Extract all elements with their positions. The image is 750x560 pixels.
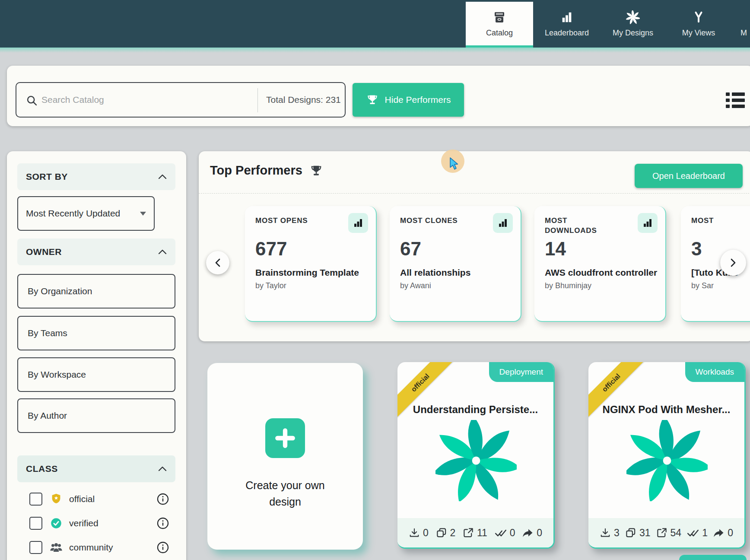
mini-chart-icon [638, 213, 658, 233]
carousel-prev-button[interactable] [206, 251, 229, 274]
button-label: By Workspace [28, 369, 86, 380]
button-label: By Author [28, 410, 67, 421]
caret-down-icon [140, 212, 146, 216]
meshery-logo [435, 420, 517, 501]
filter-by-teams-button[interactable]: By Teams [17, 316, 175, 350]
design-author: by Awani [400, 281, 513, 290]
header-divider [199, 193, 750, 194]
chevron-up-icon[interactable] [158, 249, 167, 255]
owner-header[interactable]: OWNER [17, 239, 175, 265]
filter-by-author-button[interactable]: By Author [17, 398, 175, 433]
chevron-up-icon[interactable] [158, 466, 167, 471]
tab-label: Catalog [486, 29, 513, 38]
class-label: official [69, 494, 95, 504]
downloads-stat: 0 [409, 527, 429, 539]
performer-card-most-opens[interactable]: MOST OPENS 677 Brainstorming Template by… [245, 206, 377, 322]
shares-stat: 0 [713, 527, 733, 539]
design-author: by Bhuminjay [545, 281, 658, 290]
sort-order-select[interactable]: Most Recently Updated [17, 196, 155, 231]
class-label: verified [69, 518, 99, 528]
sort-by-title: SORT BY [26, 172, 68, 182]
tab-catalog[interactable]: Catalog [466, 2, 533, 48]
hide-performers-button[interactable]: Hide Performers [353, 83, 464, 117]
opens-count: 54 [671, 527, 682, 539]
tab-my-designs[interactable]: My Designs [601, 0, 665, 48]
views-y-icon [691, 10, 706, 25]
info-icon[interactable] [156, 541, 169, 554]
double-check-icon [687, 528, 699, 538]
open-leaderboard-label: Open Leaderboard [652, 171, 725, 181]
clipped-tab-icon [740, 10, 750, 25]
community-checkbox[interactable] [29, 541, 42, 554]
performer-card-most-downloads[interactable]: MOST DOWNLOADS 14 AWS cloudfront control… [534, 206, 666, 322]
mini-chart-icon [348, 213, 368, 233]
tab-label: Leaderboard [545, 29, 589, 38]
carousel-next-button[interactable] [720, 250, 746, 276]
filter-by-workspace-button[interactable]: By Workspace [17, 357, 175, 392]
next-row-card-edge [679, 555, 747, 560]
performer-card-most-clones[interactable]: MOST CLONES 67 All relationships by Awan… [390, 206, 521, 322]
double-check-icon [495, 528, 507, 538]
checks-count: 1 [702, 527, 708, 539]
total-designs-count: Total Designs: 231 [266, 83, 341, 117]
metric-label: MOST DOWNLOADS [545, 216, 610, 235]
class-label: community [69, 542, 113, 553]
official-checkbox[interactable] [29, 493, 42, 506]
search-input[interactable] [41, 83, 232, 117]
sort-by-header[interactable]: SORT BY [17, 163, 175, 190]
design-stats-bar: 0 2 11 [397, 518, 553, 547]
design-card-nginx-pod[interactable]: Workloads official NGINX Pod With Mesher… [588, 362, 746, 549]
share-icon [522, 528, 534, 538]
opens-stat: 11 [463, 527, 487, 539]
verified-checkbox[interactable] [29, 517, 42, 530]
clone-icon [436, 527, 447, 538]
plus-icon [265, 418, 305, 458]
open-in-new-icon [463, 527, 474, 538]
class-header[interactable]: CLASS [17, 455, 175, 482]
metric-value: 3 [691, 238, 702, 260]
download-icon [600, 527, 611, 538]
filter-sidebar: SORT BY Most Recently Updated OWNER By O… [7, 151, 186, 560]
list-view-icon[interactable] [726, 92, 745, 108]
tab-clipped[interactable]: M [740, 0, 750, 48]
class-row-official: official [17, 489, 175, 509]
open-leaderboard-button[interactable]: Open Leaderboard [635, 164, 743, 188]
chevron-up-icon[interactable] [158, 174, 167, 179]
filter-by-organization-button[interactable]: By Organization [17, 274, 175, 309]
metric-label: MOST CLONES [400, 216, 469, 226]
clones-stat: 31 [625, 527, 651, 539]
tab-leaderboard[interactable]: Leaderboard [539, 0, 594, 48]
chevron-left-icon [214, 258, 222, 267]
open-in-new-icon [656, 527, 667, 538]
top-performers-label: Top Performers [210, 163, 302, 178]
design-card-understanding-persistent[interactable]: Deployment official Understanding Persis… [397, 362, 555, 549]
nav-bottom-gradient [0, 48, 750, 53]
checks-stat: 0 [495, 527, 515, 539]
checks-stat: 1 [687, 527, 708, 539]
metric-value: 14 [545, 238, 566, 260]
downloads-stat: 3 [600, 527, 620, 539]
design-author: by Sar [691, 281, 750, 290]
toolbar-panel: Total Designs: 231 Hide Performers [7, 66, 750, 126]
design-title: NGINX Pod With Mesher... [593, 404, 740, 416]
category-badge[interactable]: Deployment [489, 362, 553, 382]
clones-count: 2 [450, 527, 456, 539]
design-title: Understanding Persiste... [402, 404, 549, 416]
info-icon[interactable] [156, 493, 169, 506]
sort-order-value: Most Recently Updated [26, 208, 120, 219]
opens-count: 11 [477, 527, 487, 539]
tab-label: My Designs [613, 29, 653, 38]
category-badge[interactable]: Workloads [685, 362, 744, 382]
trophy-icon [366, 93, 379, 106]
tab-my-views[interactable]: My Views [671, 0, 727, 48]
class-row-verified: verified [17, 513, 175, 533]
catalog-page: Catalog Leaderboard [0, 0, 750, 560]
community-people-icon [49, 541, 63, 554]
catalog-archive-icon [492, 10, 507, 25]
owner-title: OWNER [26, 247, 62, 257]
create-design-card[interactable]: Create your own design [207, 363, 363, 550]
info-icon[interactable] [156, 517, 169, 530]
checks-count: 0 [510, 527, 515, 539]
search-icon [26, 95, 38, 107]
download-icon [409, 527, 420, 538]
